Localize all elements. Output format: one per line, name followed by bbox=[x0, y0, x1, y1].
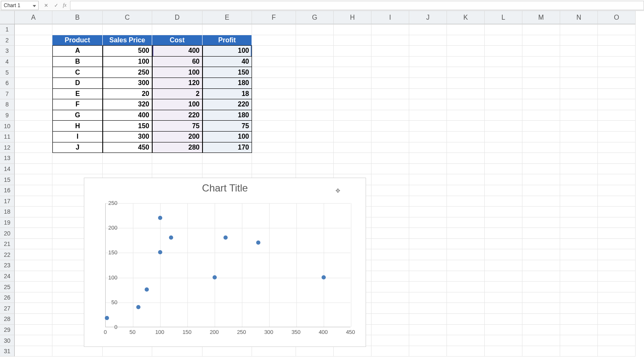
cell-N28[interactable] bbox=[560, 314, 598, 325]
cell-I28[interactable] bbox=[371, 314, 409, 325]
name-box[interactable]: Chart 1 bbox=[1, 1, 39, 10]
cell-J29[interactable] bbox=[409, 325, 447, 336]
cell-D4[interactable]: 60 bbox=[152, 57, 203, 67]
cell-M26[interactable] bbox=[522, 292, 560, 303]
cell-G5[interactable] bbox=[296, 67, 334, 78]
cell-M2[interactable] bbox=[522, 35, 560, 46]
cell-A4[interactable] bbox=[15, 57, 52, 67]
cell-H3[interactable] bbox=[334, 46, 371, 57]
row-header-30[interactable]: 30 bbox=[0, 335, 15, 346]
cell-K14[interactable] bbox=[447, 164, 485, 175]
cell-M8[interactable] bbox=[522, 99, 560, 110]
cell-O6[interactable] bbox=[598, 78, 636, 89]
cell-O4[interactable] bbox=[598, 57, 636, 67]
cell-N21[interactable] bbox=[560, 239, 598, 250]
cell-K19[interactable] bbox=[447, 217, 485, 228]
cell-L30[interactable] bbox=[485, 335, 522, 346]
col-header-K[interactable]: K bbox=[447, 11, 485, 24]
cell-H11[interactable] bbox=[334, 132, 371, 142]
cell-J31[interactable] bbox=[409, 346, 447, 357]
cell-B2[interactable]: Product bbox=[52, 35, 103, 46]
row-header-20[interactable]: 20 bbox=[0, 228, 15, 239]
cell-C13[interactable] bbox=[103, 153, 152, 164]
cell-O18[interactable] bbox=[598, 207, 636, 217]
cell-G1[interactable] bbox=[296, 24, 334, 35]
chart-point[interactable] bbox=[256, 240, 260, 245]
cell-N7[interactable] bbox=[560, 89, 598, 100]
cell-I17[interactable] bbox=[371, 196, 409, 207]
cell-D3[interactable]: 400 bbox=[152, 46, 203, 57]
chart-title[interactable]: Chart Title bbox=[84, 178, 366, 197]
cell-J15[interactable] bbox=[409, 174, 447, 185]
cell-L19[interactable] bbox=[485, 217, 522, 228]
row-header-4[interactable]: 4 bbox=[0, 57, 15, 67]
cell-A31[interactable] bbox=[15, 346, 52, 357]
select-all-corner[interactable] bbox=[0, 11, 15, 24]
cell-E10[interactable]: 75 bbox=[203, 121, 252, 132]
cell-M29[interactable] bbox=[522, 325, 560, 336]
cell-A25[interactable] bbox=[15, 282, 52, 292]
cell-G9[interactable] bbox=[296, 110, 334, 121]
cell-C2[interactable]: Sales Price bbox=[103, 35, 152, 46]
cell-A12[interactable] bbox=[15, 142, 52, 153]
cell-I24[interactable] bbox=[371, 271, 409, 282]
cell-F3[interactable] bbox=[252, 46, 296, 57]
cell-L10[interactable] bbox=[485, 121, 522, 132]
row-header-24[interactable]: 24 bbox=[0, 271, 15, 282]
cell-J6[interactable] bbox=[409, 78, 447, 89]
cell-I7[interactable] bbox=[371, 89, 409, 100]
cell-L9[interactable] bbox=[485, 110, 522, 121]
row-header-2[interactable]: 2 bbox=[0, 35, 15, 46]
cell-L4[interactable] bbox=[485, 57, 522, 67]
cell-G6[interactable] bbox=[296, 78, 334, 89]
cell-N20[interactable] bbox=[560, 228, 598, 239]
cell-N31[interactable] bbox=[560, 346, 598, 357]
cell-M24[interactable] bbox=[522, 271, 560, 282]
row-header-5[interactable]: 5 bbox=[0, 67, 15, 78]
cell-L24[interactable] bbox=[485, 271, 522, 282]
cell-F12[interactable] bbox=[252, 142, 296, 153]
cell-A30[interactable] bbox=[15, 335, 52, 346]
cell-F9[interactable] bbox=[252, 110, 296, 121]
row-header-23[interactable]: 23 bbox=[0, 260, 15, 271]
row-header-18[interactable]: 18 bbox=[0, 207, 15, 217]
cell-K23[interactable] bbox=[447, 260, 485, 271]
cell-J22[interactable] bbox=[409, 249, 447, 260]
cell-M25[interactable] bbox=[522, 282, 560, 292]
cell-D31[interactable] bbox=[152, 346, 203, 357]
cell-N16[interactable] bbox=[560, 185, 598, 196]
cell-K24[interactable] bbox=[447, 271, 485, 282]
cell-C7[interactable]: 20 bbox=[103, 89, 152, 100]
cell-B9[interactable]: G bbox=[52, 110, 103, 121]
cell-O30[interactable] bbox=[598, 335, 636, 346]
cell-C3[interactable]: 500 bbox=[103, 46, 152, 57]
cell-I20[interactable] bbox=[371, 228, 409, 239]
chart-point[interactable] bbox=[145, 287, 149, 292]
cell-B1[interactable] bbox=[52, 24, 103, 35]
cell-K20[interactable] bbox=[447, 228, 485, 239]
cell-O20[interactable] bbox=[598, 228, 636, 239]
cell-M22[interactable] bbox=[522, 249, 560, 260]
cell-K18[interactable] bbox=[447, 207, 485, 217]
cell-J18[interactable] bbox=[409, 207, 447, 217]
cell-N4[interactable] bbox=[560, 57, 598, 67]
cell-M4[interactable] bbox=[522, 57, 560, 67]
cell-M17[interactable] bbox=[522, 196, 560, 207]
cell-O2[interactable] bbox=[598, 35, 636, 46]
cell-H8[interactable] bbox=[334, 99, 371, 110]
row-header-22[interactable]: 22 bbox=[0, 249, 15, 260]
row-header-28[interactable]: 28 bbox=[0, 314, 15, 325]
cell-K22[interactable] bbox=[447, 249, 485, 260]
cell-M11[interactable] bbox=[522, 132, 560, 142]
cell-N30[interactable] bbox=[560, 335, 598, 346]
col-header-B[interactable]: B bbox=[52, 11, 103, 24]
cell-I26[interactable] bbox=[371, 292, 409, 303]
cell-H14[interactable] bbox=[334, 164, 371, 175]
cell-L7[interactable] bbox=[485, 89, 522, 100]
cell-M16[interactable] bbox=[522, 185, 560, 196]
row-header-7[interactable]: 7 bbox=[0, 89, 15, 100]
cell-N17[interactable] bbox=[560, 196, 598, 207]
cell-I19[interactable] bbox=[371, 217, 409, 228]
cell-F11[interactable] bbox=[252, 132, 296, 142]
cell-N8[interactable] bbox=[560, 99, 598, 110]
